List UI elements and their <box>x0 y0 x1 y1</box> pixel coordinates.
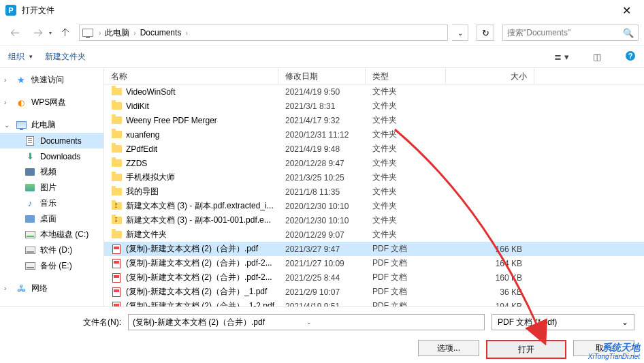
file-row[interactable]: (复制)-新建文本文档 (2)（合并）.pdf-2...2021/1/27 10… <box>104 256 644 270</box>
file-name: (复制)-新建文本文档 (2)（合并）.pdf-2... <box>126 257 285 269</box>
sidebar-item-desktop[interactable]: 桌面 <box>0 211 103 227</box>
file-type: 文件夹 <box>372 229 453 240</box>
sidebar-item-this-pc[interactable]: ⌄此电脑 <box>0 117 103 133</box>
sidebar-item-label: 此电脑 <box>31 119 56 131</box>
help-icon[interactable]: ? <box>625 50 636 63</box>
nav-history-dropdown[interactable]: ▾ <box>49 30 52 36</box>
file-name: 我的导图 <box>126 186 285 198</box>
file-size: 194 KB <box>453 302 532 307</box>
file-row[interactable]: 手机模拟大师2021/3/25 10:25文件夹 <box>104 170 644 185</box>
file-date: 2021/1/27 10:09 <box>285 259 372 268</box>
file-size: 164 KB <box>453 259 532 268</box>
pc-icon <box>82 29 93 37</box>
file-date: 2021/2/9 10:07 <box>285 287 372 297</box>
file-row[interactable]: VideoWinSoft2021/4/19 9:50文件夹 <box>104 84 644 99</box>
file-row[interactable]: 新建文本文档 (3) - 副本.pdf.extracted_i...2020/1… <box>104 199 644 213</box>
sidebar-item-wps-cloud[interactable]: ›◐WPS网盘 <box>0 95 103 110</box>
sidebar-item-disk-c[interactable]: 本地磁盘 (C:) <box>0 227 103 242</box>
file-name: xuanfeng <box>126 130 285 140</box>
file-date: 2020/12/29 9:07 <box>285 230 372 240</box>
file-row[interactable]: ZPdfEdit2021/4/19 9:48文件夹 <box>104 142 644 156</box>
sidebar-item-documents[interactable]: Documents <box>0 133 103 148</box>
file-list: 名称 修改日期 类型 大小 VideoWinSoft2021/4/19 9:50… <box>103 68 644 306</box>
file-date: 2020/12/30 10:10 <box>285 216 372 225</box>
folder-icon <box>111 130 122 140</box>
file-row[interactable]: 新建文件夹2020/12/29 9:07文件夹 <box>104 227 644 242</box>
breadcrumb[interactable]: 此电脑 <box>103 27 131 39</box>
file-row[interactable]: 我的导图2021/1/8 11:35文件夹 <box>104 185 644 199</box>
sidebar-item-label: 软件 (D:) <box>40 244 72 256</box>
nav-bar: 🡠 🡢 ▾ 🡡 › 此电脑 › Documents › ⌄ ↻ 🔍 <box>0 20 644 45</box>
close-button[interactable]: ✕ <box>614 0 639 20</box>
folder-icon <box>111 144 122 154</box>
nav-up-button[interactable]: 🡡 <box>56 25 75 41</box>
file-row[interactable]: Weeny Free PDF Merger2021/4/17 9:32文件夹 <box>104 113 644 127</box>
sidebar-item-pictures[interactable]: 图片 <box>0 180 103 195</box>
filename-input[interactable]: (复制)-新建文本文档 (2)（合并）.pdf ⌄ <box>128 314 485 330</box>
refresh-button[interactable]: ↻ <box>477 25 494 41</box>
search-input[interactable] <box>507 28 623 37</box>
sidebar-item-videos[interactable]: 视频 <box>0 164 103 180</box>
open-button[interactable]: 打开 <box>486 340 566 359</box>
preview-pane-button[interactable]: ◫ <box>585 49 609 64</box>
pdf-icon <box>111 259 122 268</box>
sidebar-item-quick-access[interactable]: ›★快速访问 <box>0 72 103 88</box>
file-name: 新建文本文档 (3) - 副本.pdf.extracted_i... <box>126 200 285 212</box>
chevron-down-icon[interactable]: ⌄ <box>306 319 480 326</box>
view-mode-button[interactable]: ≣ ▾ <box>550 49 573 64</box>
file-date: 2021/4/19 9:51 <box>285 302 372 307</box>
breadcrumb-sep: › <box>96 29 103 37</box>
search-icon[interactable]: 🔍 <box>623 28 634 38</box>
titlebar: P 打开文件 ✕ <box>0 0 644 20</box>
file-row[interactable]: 新建文本文档 (3) - 副本-001-001.pdf.e...2020/12/… <box>104 213 644 227</box>
options-button[interactable]: 选项... <box>418 340 479 356</box>
chevron-down-icon: ⌄ <box>622 317 628 327</box>
folder-icon <box>111 187 122 197</box>
file-name: VidiKit <box>126 101 285 111</box>
col-date[interactable]: 修改日期 <box>278 68 366 84</box>
sidebar-item-downloads[interactable]: ⬇Downloads <box>0 148 103 164</box>
file-row[interactable]: VidiKit2021/3/1 8:31文件夹 <box>104 99 644 113</box>
file-row[interactable]: xuanfeng2020/12/31 11:12文件夹 <box>104 127 644 142</box>
file-type: 文件夹 <box>372 186 453 198</box>
sidebar-item-music[interactable]: ♪音乐 <box>0 195 103 211</box>
file-date: 2021/4/19 9:48 <box>285 144 372 154</box>
file-row[interactable]: (复制)-新建文本文档 (2)（合并）.pdf-2...2021/2/25 8:… <box>104 270 644 285</box>
address-dropdown[interactable]: ⌄ <box>452 25 468 41</box>
col-name[interactable]: 名称 <box>104 68 278 84</box>
file-type: 文件夹 <box>372 157 453 169</box>
file-row[interactable]: (复制)-新建文本文档 (2)（合并）.pdf2021/3/27 9:47PDF… <box>104 242 644 256</box>
col-size[interactable]: 大小 <box>446 68 534 84</box>
sidebar-item-label: 桌面 <box>40 213 57 225</box>
file-type-filter[interactable]: PDF 文档 (*.pdf) ⌄ <box>492 314 634 330</box>
file-row[interactable]: (复制)-新建文本文档 (2)（合并）_1.pdf2021/2/9 10:07P… <box>104 285 644 299</box>
sidebar-item-label: 网络 <box>31 283 48 294</box>
nav-back-button[interactable]: 🡠 <box>5 25 25 41</box>
file-name: ZZDS <box>126 159 285 168</box>
file-type: 文件夹 <box>372 200 453 212</box>
search-box[interactable]: 🔍 <box>502 25 639 41</box>
address-bar[interactable]: › 此电脑 › Documents › <box>79 25 448 41</box>
file-name: (复制)-新建文本文档 (2)（合并）_1-2.pdf <box>126 300 285 306</box>
file-type: PDF 文档 <box>372 257 453 269</box>
filter-label: PDF 文档 (*.pdf) <box>498 317 557 328</box>
toolbar: 组织 新建文件夹 ≣ ▾ ◫ ? <box>0 45 644 68</box>
file-date: 2021/3/25 10:25 <box>285 173 372 183</box>
nav-forward-button: 🡢 <box>29 25 48 41</box>
file-date: 2021/4/19 9:50 <box>285 87 372 97</box>
sidebar-item-network[interactable]: ›🖧网络 <box>0 281 103 296</box>
sidebar-item-disk-e[interactable]: 备份 (E:) <box>0 258 103 274</box>
file-row[interactable]: (复制)-新建文本文档 (2)（合并）_1-2.pdf2021/4/19 9:5… <box>104 299 644 306</box>
organize-button[interactable]: 组织 <box>8 51 33 63</box>
file-name: 新建文件夹 <box>126 229 285 240</box>
pdf-icon <box>111 287 122 297</box>
sidebar-item-label: 备份 (E:) <box>40 260 72 272</box>
new-folder-button[interactable]: 新建文件夹 <box>45 51 86 63</box>
file-name: VideoWinSoft <box>126 87 285 97</box>
file-date: 2021/1/8 11:35 <box>285 187 372 197</box>
col-type[interactable]: 类型 <box>366 68 446 84</box>
sidebar-item-disk-d[interactable]: 软件 (D:) <box>0 242 103 258</box>
breadcrumb[interactable]: Documents <box>139 28 183 37</box>
file-row[interactable]: ZZDS2020/12/28 9:47文件夹 <box>104 156 644 170</box>
folder-icon <box>111 116 122 125</box>
